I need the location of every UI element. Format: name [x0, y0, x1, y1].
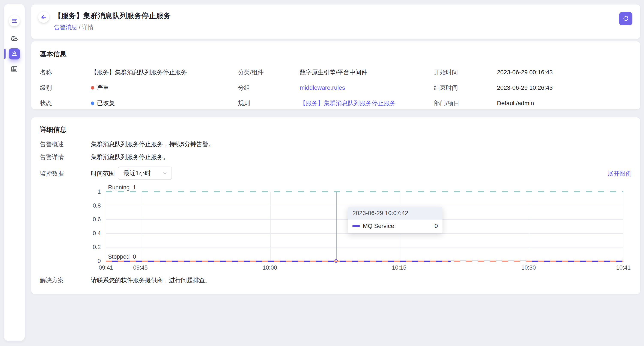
page-title: 【服务】集群消息队列服务停止服务 — [54, 11, 171, 21]
basic-info-grid: 名称 【服务】集群消息队列服务停止服务 分类/组件 数字原生引擎/平台中间件 开… — [40, 68, 632, 107]
series-line-stopped-threshold — [106, 261, 624, 262]
field-value-name: 【服务】集群消息队列服务停止服务 — [91, 68, 238, 76]
breadcrumb: 告警消息 / 详情 — [54, 23, 94, 31]
alert-detail-value: 集群消息队列服务停止服务。 — [91, 153, 169, 161]
v-gridline — [529, 192, 529, 261]
back-button[interactable] — [38, 12, 49, 23]
collapse-menu-icon — [11, 18, 18, 24]
series-line-running-threshold — [106, 191, 624, 192]
h-gridline — [106, 233, 623, 234]
details-title: 详细信息 — [40, 125, 66, 134]
field-value-category: 数字原生引擎/平台中间件 — [300, 68, 434, 76]
y-axis-tick-label: 0.4 — [40, 230, 101, 237]
tooltip-timestamp: 2023-06-29 10:07:42 — [348, 207, 442, 220]
threshold-annotation: Stopped 0 — [108, 253, 136, 260]
details-card: 详细信息 告警概述 集群消息队列服务停止服务，持续5分钟告警。 告警详情 集群消… — [31, 117, 640, 294]
solution-value: 请联系您的软件服务提供商，进行问题排查。 — [91, 276, 211, 284]
field-label-start-time: 开始时间 — [434, 68, 497, 76]
cloud-monitor-icon — [10, 34, 19, 43]
threshold-annotation: Running 1 — [108, 184, 136, 191]
y-axis-tick-label: 0.8 — [40, 202, 101, 209]
v-gridline — [270, 192, 270, 261]
field-label-end-time: 结束时间 — [434, 84, 497, 92]
x-axis-tick-label: 09:41 — [98, 264, 113, 271]
basic-info-card: 基本信息 名称 【服务】集群消息队列服务停止服务 分类/组件 数字原生引擎/平台… — [31, 41, 640, 109]
y-axis-tick-label: 0 — [40, 258, 101, 264]
field-value-level: 严重 — [91, 84, 238, 92]
field-value-group-link[interactable]: middleware.rules — [300, 84, 434, 92]
field-label-level: 级别 — [40, 84, 91, 92]
y-axis-tick-label: 1 — [40, 189, 101, 195]
alarm-icon — [11, 50, 18, 58]
time-range-value: 最近1小时 — [124, 169, 162, 177]
time-range-select[interactable]: 最近1小时 — [118, 166, 172, 180]
x-axis-tick-label: 09:45 — [133, 264, 148, 271]
field-label-name: 名称 — [40, 68, 91, 76]
overview-label: 告警概述 — [40, 140, 64, 148]
monitor-chart[interactable]: 2023-06-29 10:07:42 MQ Service: 0 00.20.… — [40, 182, 632, 276]
arrow-left-icon — [40, 14, 47, 20]
sidebar — [4, 4, 25, 341]
hover-crosshair-line — [336, 192, 336, 261]
severity-dot — [91, 86, 94, 90]
refresh-icon — [622, 15, 630, 22]
sidebar-item-settings[interactable] — [9, 64, 20, 75]
field-label-status: 状态 — [40, 99, 91, 107]
h-gridline — [106, 206, 623, 206]
active-item-indicator — [4, 49, 6, 59]
series-color-swatch — [352, 225, 360, 227]
alert-detail-label: 告警详情 — [40, 153, 64, 161]
field-value-status: 已恢复 — [91, 99, 238, 107]
h-gridline — [106, 247, 623, 247]
tooltip-series-value: 0 — [434, 223, 438, 229]
field-value-rule-link[interactable]: 【服务】集群消息队列服务停止服务 — [300, 99, 434, 107]
v-gridline — [141, 192, 141, 261]
field-label-department: 部门/项目 — [434, 99, 497, 107]
status-dot — [91, 102, 94, 105]
breadcrumb-link-alerts[interactable]: 告警消息 — [54, 24, 77, 31]
overview-value: 集群消息队列服务停止服务，持续5分钟告警。 — [91, 140, 214, 148]
monitor-data-label: 监控数据 — [40, 169, 64, 178]
field-value-end-time: 2023-06-29 10:26:43 — [497, 84, 632, 92]
chart-tooltip: 2023-06-29 10:07:42 MQ Service: 0 — [348, 207, 442, 233]
basic-info-title: 基本信息 — [40, 50, 632, 59]
refresh-button[interactable] — [619, 12, 632, 25]
page-header-card: 【服务】集群消息队列服务停止服务 告警消息 / 详情 — [31, 5, 640, 39]
time-range-label: 时间范围 — [91, 169, 115, 178]
breadcrumb-separator: / — [79, 24, 82, 31]
field-label-rule: 规则 — [238, 99, 300, 107]
chevron-down-icon — [162, 170, 168, 176]
sidebar-item-monitoring[interactable] — [9, 33, 20, 44]
breadcrumb-current: 详情 — [82, 24, 94, 31]
x-axis-tick-label: 10:30 — [521, 264, 536, 271]
x-axis-tick-label: 10:00 — [262, 264, 277, 271]
field-value-start-time: 2023-06-29 00:16:43 — [497, 68, 632, 76]
y-axis-tick-label: 0.6 — [40, 216, 101, 223]
tooltip-series-name: MQ Service: — [363, 223, 434, 229]
sidebar-item-alerts[interactable] — [9, 48, 20, 59]
field-value-department: Default/admin — [497, 99, 632, 107]
sliders-icon — [10, 65, 18, 73]
tooltip-series-row: MQ Service: 0 — [348, 220, 442, 233]
expand-legend-link[interactable]: 展开图例 — [608, 169, 632, 178]
sidebar-toggle-button[interactable] — [9, 15, 20, 26]
x-axis-tick-label: 10:15 — [392, 264, 406, 271]
x-axis-tick-label: 10:41 — [616, 264, 631, 271]
solution-label: 解决方案 — [40, 276, 64, 284]
field-label-category: 分类/组件 — [238, 68, 300, 76]
y-axis-tick-label: 0.2 — [40, 244, 101, 250]
field-label-group: 分组 — [238, 84, 300, 92]
